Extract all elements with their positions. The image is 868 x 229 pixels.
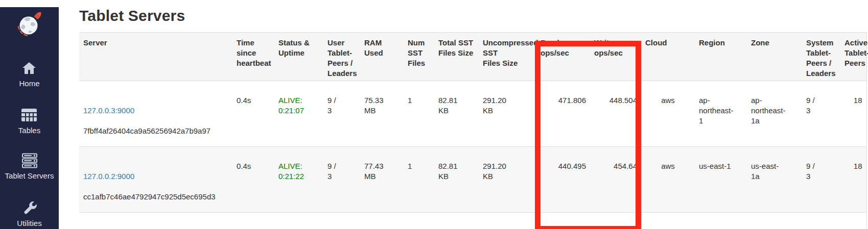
column-header-user-tablet-peers: User Tablet- Peers / Leaders (323, 33, 360, 81)
system-peers-cell: 9 / 3 (802, 147, 840, 213)
status-alive-text: ALIVE: 0:21:07 (278, 96, 304, 115)
status-cell: ALIVE: 0:21:41 (274, 213, 323, 229)
tablet-servers-icon (21, 152, 38, 169)
table-row: 127.0.0.2:9000 cc1afb7c46ae4792947c925d5… (79, 147, 866, 213)
column-header-ram-used: RAM Used (360, 33, 404, 81)
table-header-row: Server Time since heartbeat Status & Upt… (79, 33, 866, 81)
column-header-read-ops: Read ops/sec (536, 33, 590, 81)
sidebar: Home Tables (0, 7, 59, 229)
cloud-cell: aws (641, 213, 695, 229)
column-header-uncompressed-sst-size: Uncompressed SST Files Size (479, 33, 536, 81)
server-cell: 127.0.0.1:9000 52b6278c6f894a1fb0525f523… (79, 213, 232, 229)
write-ops-cell: 459.018 (590, 213, 641, 229)
sidebar-item-label: Home (19, 79, 39, 88)
column-header-cloud: Cloud (641, 33, 695, 81)
cloud-cell: aws (641, 147, 695, 213)
write-ops-cell: 454.64 (590, 147, 641, 213)
tables-icon (20, 107, 38, 123)
server-link[interactable]: 127.0.0.2:9000 (83, 172, 134, 181)
ram-used-cell: 77.43 MB (360, 147, 404, 213)
server-cell: 127.0.0.3:9000 7fbff4af26404ca9a56256942… (79, 81, 232, 147)
active-peers-cell: 18 (840, 213, 866, 229)
utilities-icon (21, 200, 38, 216)
num-sst-cell: 1 (404, 213, 434, 229)
tablet-servers-page: Home Tables (0, 7, 868, 229)
column-header-total-sst-size: Total SST Files Size (434, 33, 479, 81)
sidebar-item-label: Tablet Servers (5, 171, 54, 180)
cloud-cell: aws (641, 81, 695, 147)
column-header-time-since-heartbeat: Time since heartbeat (232, 33, 274, 81)
column-header-status-uptime: Status & Uptime (274, 33, 323, 81)
column-header-server: Server (79, 33, 232, 81)
uncompressed-sst-cell: 291.20 KB (479, 147, 536, 213)
page-title: Tablet Servers (79, 7, 868, 24)
read-ops-cell: 471.806 (536, 81, 590, 147)
yugabyte-logo-icon (14, 10, 45, 40)
sidebar-item-utilities[interactable]: Utilities (17, 200, 41, 227)
read-ops-cell: 459.018 (536, 213, 590, 229)
region-cell: us-west-2 (695, 213, 747, 229)
home-icon (20, 60, 38, 77)
write-ops-cell: 448.504 (590, 81, 641, 147)
yugabyte-logo[interactable] (14, 10, 45, 40)
status-cell: ALIVE: 0:21:22 (274, 147, 323, 213)
column-header-active-tablet-peers: Active Tablet- Peers (840, 33, 866, 81)
sidebar-item-label: Utilities (17, 219, 41, 227)
read-ops-cell: 440.495 (536, 147, 590, 213)
active-peers-cell: 18 (840, 147, 866, 213)
user-peers-cell: 9 / 3 (323, 81, 360, 147)
total-sst-cell: 82.81 KB (434, 81, 479, 147)
sidebar-item-tablet-servers[interactable]: Tablet Servers (5, 152, 54, 180)
column-header-region: Region (695, 33, 747, 81)
tablet-servers-table: Server Time since heartbeat Status & Upt… (79, 32, 867, 229)
zone-cell: us-west- 2a (747, 213, 802, 229)
ram-used-cell: 95.26 MB (360, 213, 404, 229)
system-peers-cell: 9 / 3 (802, 81, 840, 147)
status-alive-text: ALIVE: 0:21:22 (278, 162, 304, 181)
zone-cell: ap- northeast- 1a (747, 81, 802, 147)
num-sst-cell: 1 (404, 81, 434, 147)
column-header-num-sst-files: Num SST Files (404, 33, 434, 81)
sidebar-item-label: Tables (18, 126, 40, 135)
active-peers-cell: 18 (840, 81, 866, 147)
server-cell: 127.0.0.2:9000 cc1afb7c46ae4792947c925d5… (79, 147, 232, 213)
heartbeat-cell: 0.4s (232, 81, 274, 147)
column-header-zone: Zone (747, 33, 802, 81)
sidebar-item-home[interactable]: Home (19, 60, 39, 88)
total-sst-cell: 82.81 KB (434, 147, 479, 213)
column-header-write-ops: Write ops/sec (590, 33, 641, 81)
region-cell: us-east-1 (695, 147, 747, 213)
server-uuid: cc1afb7c46ae4792947c925d5ec695d3 (83, 192, 216, 201)
num-sst-cell: 1 (404, 147, 434, 213)
table-row: 127.0.0.3:9000 7fbff4af26404ca9a56256942… (79, 81, 866, 147)
table-row: 127.0.0.1:9000 52b6278c6f894a1fb0525f523… (79, 213, 866, 229)
status-cell: ALIVE: 0:21:07 (274, 81, 323, 147)
uncompressed-sst-cell: 291.20 KB (479, 213, 536, 229)
server-uuid: 7fbff4af26404ca9a56256942a7b9a97 (83, 126, 210, 135)
region-cell: ap- northeast- 1 (695, 81, 747, 147)
column-header-system-tablet-peers: System Tablet- Peers / Leaders (802, 33, 840, 81)
heartbeat-cell: 0.4s (232, 147, 274, 213)
user-peers-cell: 9 / 3 (323, 213, 360, 229)
user-peers-cell: 9 / 3 (323, 147, 360, 213)
main-content: Tablet Servers Server Time since heartbe… (59, 7, 868, 229)
server-link[interactable]: 127.0.0.3:9000 (83, 106, 134, 115)
heartbeat-cell: 0.4s (232, 213, 274, 229)
sidebar-item-tables[interactable]: Tables (18, 107, 40, 135)
system-peers-cell: 9 / 3 (802, 213, 840, 229)
zone-cell: us-east- 1a (747, 147, 802, 213)
ram-used-cell: 75.33 MB (360, 81, 404, 147)
total-sst-cell: 82.81 KB (434, 213, 479, 229)
uncompressed-sst-cell: 291.20 KB (479, 81, 536, 147)
